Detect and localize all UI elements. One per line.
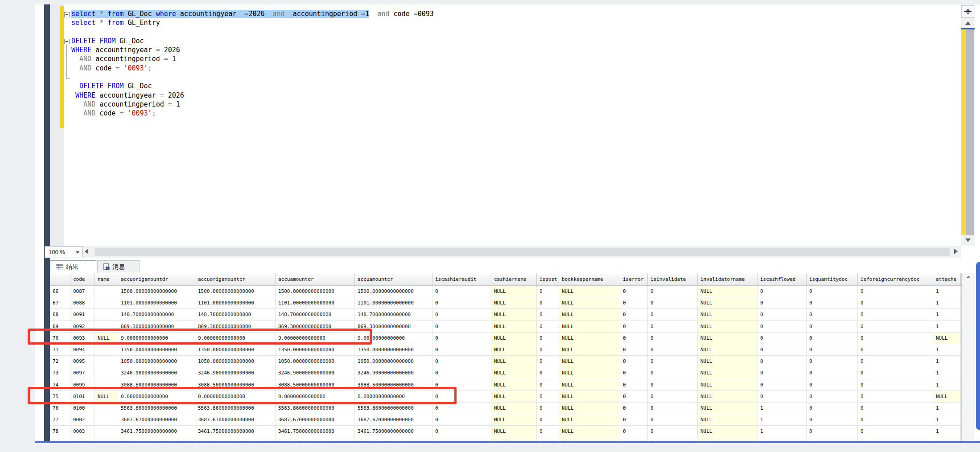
- grid-cell[interactable]: 1: [933, 414, 961, 426]
- grid-cell[interactable]: 0: [858, 309, 933, 321]
- grid-cell[interactable]: 0: [758, 391, 807, 403]
- grid-cell[interactable]: 0: [648, 297, 698, 309]
- grid-cell[interactable]: NULL: [698, 344, 758, 356]
- grid-cell[interactable]: 0: [858, 356, 933, 367]
- grid-cell[interactable]: NULL: [491, 379, 537, 391]
- column-header-cashiername[interactable]: cashiername: [491, 273, 537, 285]
- sql-code-editor[interactable]: select * from GL_Doc where accountingyea…: [71, 9, 918, 118]
- grid-cell[interactable]: NULL: [491, 297, 537, 309]
- grid-cell[interactable]: [95, 437, 118, 441]
- grid-cell[interactable]: 0002: [70, 414, 95, 426]
- grid-cell[interactable]: 3246.90000000000000: [118, 367, 195, 379]
- grid-cell[interactable]: 1350.00000000000000: [195, 344, 276, 356]
- grid-cell[interactable]: 0088: [70, 297, 95, 309]
- grid-cell[interactable]: 1: [933, 309, 961, 321]
- grid-cell[interactable]: 0: [432, 356, 491, 367]
- row-number[interactable]: 67: [50, 297, 70, 309]
- grid-cell[interactable]: 0: [807, 379, 858, 391]
- grid-cell[interactable]: 0: [807, 391, 858, 403]
- grid-cell[interactable]: 0: [758, 286, 807, 297]
- grid-cell[interactable]: NULL: [698, 297, 758, 309]
- grid-cell[interactable]: NULL: [491, 426, 537, 437]
- grid-cell[interactable]: 1: [758, 426, 807, 437]
- grid-cell[interactable]: 0: [858, 391, 933, 403]
- code-line-1[interactable]: select * from GL_Doc where accountingyea…: [71, 9, 918, 18]
- grid-cell[interactable]: 0: [537, 391, 559, 403]
- grid-cell[interactable]: 0: [620, 437, 648, 441]
- grid-cell[interactable]: 0: [432, 344, 491, 356]
- collapse-minus-icon[interactable]: [64, 12, 70, 17]
- row-number[interactable]: 71: [50, 344, 70, 356]
- grid-cell[interactable]: 0: [758, 297, 807, 309]
- grid-cell[interactable]: 0: [858, 379, 933, 391]
- grid-cell[interactable]: 0: [620, 367, 648, 379]
- grid-cell[interactable]: 0: [620, 286, 648, 297]
- grid-cell[interactable]: [95, 297, 118, 309]
- grid-cell[interactable]: 3246.90000000000000: [276, 367, 355, 379]
- grid-cell[interactable]: 0: [620, 426, 648, 437]
- grid-cell[interactable]: 0: [648, 414, 698, 426]
- grid-cell[interactable]: 3461.75000000000000: [355, 426, 432, 437]
- grid-cell[interactable]: 0: [620, 333, 648, 344]
- grid-cell[interactable]: NULL: [698, 286, 758, 297]
- grid-cell[interactable]: 0: [858, 414, 933, 426]
- vertical-scrollbar-thumb[interactable]: [966, 29, 974, 235]
- grid-cell[interactable]: 0095: [70, 356, 95, 367]
- grid-cell[interactable]: 1500.00000000000000: [195, 286, 276, 297]
- grid-cell[interactable]: NULL: [698, 437, 758, 441]
- grid-cell[interactable]: 0091: [70, 309, 95, 321]
- grid-cell[interactable]: NULL: [491, 437, 537, 441]
- grid-cell[interactable]: 1891.40000000000000: [195, 437, 276, 441]
- grid-cell[interactable]: NULL: [559, 414, 620, 426]
- grid-cell[interactable]: NULL: [698, 367, 758, 379]
- grid-cell[interactable]: NULL: [491, 356, 537, 367]
- grid-cell[interactable]: 0: [648, 403, 698, 414]
- grid-cell[interactable]: 0: [807, 426, 858, 437]
- grid-cell[interactable]: 0: [758, 321, 807, 333]
- grid-cell[interactable]: NULL: [698, 333, 758, 344]
- grid-cell[interactable]: 0: [807, 333, 858, 344]
- grid-cell[interactable]: 0: [648, 344, 698, 356]
- grid-cell[interactable]: 0: [807, 403, 858, 414]
- row-number[interactable]: 77: [50, 414, 70, 426]
- horizontal-scrollbar-thumb[interactable]: [95, 248, 950, 256]
- grid-cell[interactable]: NULL: [559, 321, 620, 333]
- code-line-3[interactable]: [71, 28, 918, 37]
- grid-cell[interactable]: NULL: [559, 367, 620, 379]
- grid-cell[interactable]: 0: [807, 309, 858, 321]
- grid-cell[interactable]: 0: [807, 356, 858, 367]
- grid-cell[interactable]: 1101.00000000000000: [195, 297, 276, 309]
- grid-cell[interactable]: 0: [620, 297, 648, 309]
- grid-cell[interactable]: NULL: [698, 321, 758, 333]
- grid-cell[interactable]: 0: [758, 309, 807, 321]
- grid-cell[interactable]: 1: [933, 403, 961, 414]
- grid-cell[interactable]: 0: [432, 426, 491, 437]
- grid-cell[interactable]: 148.70000000000000: [118, 309, 195, 321]
- grid-cell[interactable]: NULL: [491, 391, 537, 403]
- grid-cell[interactable]: 148.70000000000000: [195, 309, 276, 321]
- code-line-9[interactable]: DELETE FROM GL_Doc: [71, 82, 918, 90]
- grid-scroll-up-icon[interactable]: ^: [962, 273, 975, 285]
- grid-cell[interactable]: NULL: [491, 286, 537, 297]
- grid-cell[interactable]: 0: [432, 437, 491, 441]
- grid-cell[interactable]: 0003: [70, 426, 95, 437]
- grid-cell[interactable]: 0: [620, 379, 648, 391]
- grid-cell[interactable]: 0: [537, 344, 559, 356]
- code-line-7[interactable]: AND code = '0093';: [71, 64, 918, 73]
- grid-cell[interactable]: 1050.00000000000000: [118, 356, 195, 367]
- scroll-left-arrow-icon[interactable]: [85, 249, 88, 254]
- grid-cell[interactable]: 0: [648, 309, 698, 321]
- column-header-rownum[interactable]: [50, 273, 70, 285]
- split-window-handle-icon[interactable]: [961, 5, 974, 18]
- grid-cell[interactable]: 0: [620, 403, 648, 414]
- grid-cell[interactable]: NULL: [698, 426, 758, 437]
- row-number[interactable]: 73: [50, 367, 70, 379]
- grid-cell[interactable]: 0: [758, 379, 807, 391]
- code-line-10[interactable]: WHERE accountingyear = 2026: [71, 91, 918, 100]
- grid-cell[interactable]: 3246.90000000000000: [195, 367, 276, 379]
- grid-cell[interactable]: 0: [858, 437, 933, 441]
- grid-cell[interactable]: 0: [537, 367, 559, 379]
- grid-cell[interactable]: 0: [648, 437, 698, 441]
- grid-cell[interactable]: 3246.90000000000000: [355, 367, 432, 379]
- grid-cell[interactable]: 0: [620, 356, 648, 367]
